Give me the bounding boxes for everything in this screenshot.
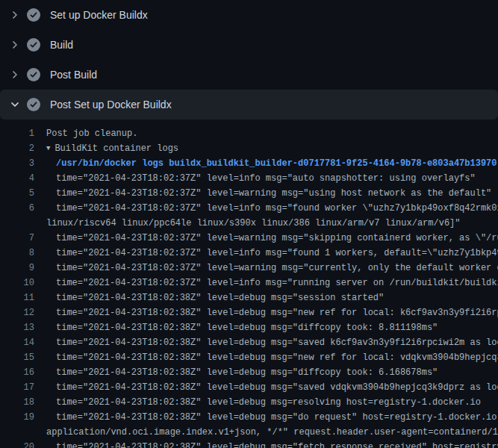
step-label: Build (50, 39, 73, 51)
step-build[interactable]: Build (0, 30, 498, 60)
log-text: time="2021-04-23T18:02:38Z" level=debug … (46, 350, 498, 365)
line-number[interactable]: 6 (0, 201, 34, 216)
check-circle-icon (27, 68, 40, 81)
line-number[interactable]: 10 (0, 276, 34, 290)
log-text: time="2021-04-23T18:02:38Z" level=debug … (46, 380, 498, 395)
chevron-right-icon (9, 9, 21, 21)
log-line-continuation: application/vnd.oci.image.index.v1+json,… (0, 425, 498, 440)
log-text: ▼BuildKit container logs (46, 141, 178, 156)
log-text: linux/riscv64 linux/ppc64le linux/s390x … (46, 216, 461, 231)
line-number[interactable]: 2 (0, 141, 34, 156)
line-number[interactable]: 12 (0, 305, 34, 320)
check-circle-icon (27, 38, 40, 52)
line-number[interactable]: 7 (0, 231, 34, 246)
log-text: time="2021-04-23T18:02:38Z" level=debug … (46, 395, 481, 410)
workflow-log-viewer: Set up Docker Buildx Build Post Build (0, 0, 498, 448)
line-number[interactable]: 20 (0, 440, 34, 448)
log-text: time="2021-04-23T18:02:38Z" level=debug … (46, 290, 384, 305)
step-label: Post Set up Docker Buildx (50, 99, 172, 111)
step-label: Post Build (50, 69, 97, 81)
check-circle-icon (27, 98, 40, 111)
log-text: time="2021-04-23T18:02:37Z" level=info m… (46, 171, 476, 186)
line-number[interactable]: 15 (0, 350, 34, 365)
line-number[interactable]: 19 (0, 410, 34, 425)
log-line: 4time="2021-04-23T18:02:37Z" level=info … (0, 171, 498, 186)
line-number[interactable]: 1 (0, 126, 34, 141)
step-set-up-docker-buildx[interactable]: Set up Docker Buildx (0, 0, 498, 30)
log-text: time="2021-04-23T18:02:38Z" level=debug … (46, 365, 438, 380)
line-number[interactable]: 16 (0, 365, 34, 380)
log-line-continuation: linux/riscv64 linux/ppc64le linux/s390x … (0, 216, 498, 231)
line-number (0, 425, 34, 440)
log-line: 14time="2021-04-23T18:02:38Z" level=debu… (0, 335, 498, 350)
log-text: time="2021-04-23T18:02:38Z" level=debug … (46, 335, 498, 350)
log-text: time="2021-04-23T18:02:38Z" level=debug … (46, 305, 498, 320)
triangle-down-icon: ▼ (46, 141, 50, 156)
log-line: 1Post job cleanup. (0, 126, 498, 141)
log-text: time="2021-04-23T18:02:38Z" level=debug … (46, 320, 438, 335)
line-number[interactable]: 13 (0, 320, 34, 335)
log-text: /usr/bin/docker logs buildx_buildkit_bui… (46, 156, 497, 171)
line-number[interactable]: 9 (0, 261, 34, 276)
line-number[interactable]: 18 (0, 395, 34, 410)
line-number[interactable]: 17 (0, 380, 34, 395)
log-text: time="2021-04-23T18:02:37Z" level=warnin… (46, 186, 491, 201)
log-line: 6time="2021-04-23T18:02:37Z" level=info … (0, 201, 498, 216)
log-text: time="2021-04-23T18:02:37Z" level=info m… (46, 246, 498, 261)
step-label: Set up Docker Buildx (50, 9, 148, 21)
log-text: Post job cleanup. (46, 126, 137, 141)
log-text: time="2021-04-23T18:02:38Z" level=debug … (46, 440, 498, 448)
log-line: 18time="2021-04-23T18:02:38Z" level=debu… (0, 395, 498, 410)
log-line: 10time="2021-04-23T18:02:37Z" level=info… (0, 276, 498, 290)
line-number[interactable]: 8 (0, 246, 34, 261)
log-text: time="2021-04-23T18:02:38Z" level=debug … (46, 410, 498, 425)
line-number[interactable]: 14 (0, 335, 34, 350)
step-post-build[interactable]: Post Build (0, 60, 498, 90)
chevron-right-icon (9, 69, 21, 81)
line-number[interactable]: 4 (0, 171, 34, 186)
log-pane: 1Post job cleanup. 2▼BuildKit container … (0, 119, 498, 448)
log-text: time="2021-04-23T18:02:37Z" level=info m… (46, 276, 498, 290)
log-line: 17time="2021-04-23T18:02:38Z" level=debu… (0, 380, 498, 395)
chevron-right-icon (9, 39, 21, 51)
log-line: 16time="2021-04-23T18:02:38Z" level=debu… (0, 365, 498, 380)
log-line: 13time="2021-04-23T18:02:38Z" level=debu… (0, 320, 498, 335)
log-line: 19time="2021-04-23T18:02:38Z" level=debu… (0, 410, 498, 425)
line-number[interactable]: 5 (0, 186, 34, 201)
chevron-down-icon (9, 99, 21, 111)
log-line: 20time="2021-04-23T18:02:38Z" level=debu… (0, 440, 498, 448)
log-line: 15time="2021-04-23T18:02:38Z" level=debu… (0, 350, 498, 365)
log-line: 11time="2021-04-23T18:02:38Z" level=debu… (0, 290, 498, 305)
log-text: time="2021-04-23T18:02:37Z" level=warnin… (46, 231, 498, 246)
log-group-toggle[interactable]: 2▼BuildKit container logs (0, 141, 498, 156)
line-number[interactable]: 11 (0, 290, 34, 305)
log-text: time="2021-04-23T18:02:37Z" level=warnin… (46, 261, 498, 276)
line-number (0, 216, 34, 231)
log-text: time="2021-04-23T18:02:37Z" level=info m… (46, 201, 498, 216)
log-line: 8time="2021-04-23T18:02:37Z" level=info … (0, 246, 498, 261)
check-circle-icon (27, 8, 40, 22)
log-line: 9time="2021-04-23T18:02:37Z" level=warni… (0, 261, 498, 276)
log-line: 7time="2021-04-23T18:02:37Z" level=warni… (0, 231, 498, 246)
log-text: application/vnd.oci.image.index.v1+json,… (46, 425, 498, 440)
log-line: 12time="2021-04-23T18:02:38Z" level=debu… (0, 305, 498, 320)
step-list: Set up Docker Buildx Build Post Build (0, 0, 498, 119)
group-label: BuildKit container logs (55, 143, 178, 154)
log-line-command: 3/usr/bin/docker logs buildx_buildkit_bu… (0, 156, 498, 171)
step-post-set-up-docker-buildx[interactable]: Post Set up Docker Buildx (0, 90, 498, 119)
line-number[interactable]: 3 (0, 156, 34, 171)
log-line: 5time="2021-04-23T18:02:37Z" level=warni… (0, 186, 498, 201)
